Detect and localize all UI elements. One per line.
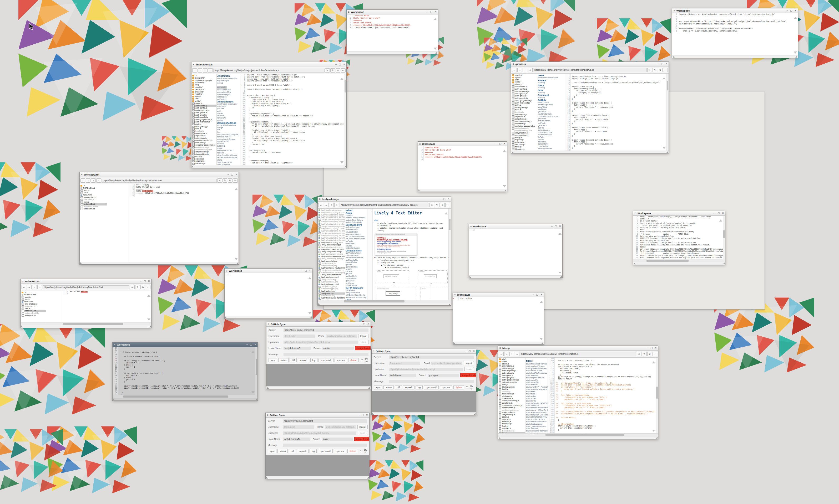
dependencies-icon[interactable]: ∞: [647, 68, 652, 72]
home-button[interactable]: ⌂: [37, 285, 42, 289]
local-name-input[interactable]: [389, 374, 416, 377]
resize-grip[interactable]: [723, 263, 724, 264]
npm-install-button[interactable]: npm install: [424, 385, 439, 390]
resize-grip[interactable]: [344, 165, 346, 167]
resize-grip[interactable]: [267, 387, 269, 389]
scroll-up-icon[interactable]: [434, 18, 437, 20]
up-button[interactable]: ↑: [32, 285, 37, 289]
resize-grip[interactable]: [418, 190, 420, 191]
delete-button[interactable]: delete: [453, 385, 464, 390]
more-icon[interactable]: ⋯: [233, 178, 238, 183]
outline-pane[interactable]: Issueconstructor constructorProjecttoStr…: [537, 74, 565, 150]
minimize-button[interactable]: –: [532, 293, 534, 296]
outline-item[interactable]: merge: [217, 127, 240, 129]
maximize-button[interactable]: ▢: [717, 212, 720, 214]
sync-button[interactable]: sync: [268, 358, 277, 362]
outline-pane[interactable]: EditorSetupinitializeupdateChangeIndicat…: [345, 209, 367, 300]
close-button[interactable]: ✕: [235, 174, 237, 176]
close-button[interactable]: ✕: [540, 293, 542, 296]
scroll-down-icon[interactable]: [234, 258, 238, 260]
maximize-button[interactable]: ▢: [362, 414, 364, 416]
doc-bullet[interactable]: simple load/save/navigate UI, that can b…: [374, 222, 449, 227]
npm-install-button[interactable]: npm install: [318, 358, 333, 362]
minimize-button[interactable]: –: [227, 174, 229, 176]
window-titlebar[interactable]: ≡github.js–▢✕: [511, 62, 668, 67]
cancel-icon[interactable]: ⊘: [647, 352, 652, 356]
cancel-icon[interactable]: ⊘: [140, 285, 145, 289]
dry-run-checkbox[interactable]: [361, 359, 363, 361]
window-menu-icon[interactable]: ≡: [114, 343, 116, 346]
doc-list-item[interactable]: lively-code-mirror: [374, 264, 449, 267]
resize-grip[interactable]: [255, 398, 257, 400]
maximize-button[interactable]: ▢: [363, 323, 365, 325]
maximize-button[interactable]: ▢: [250, 343, 252, 346]
file-tree[interactable]: reactive/triples/utils/vivide/about.jsan…: [511, 74, 537, 150]
window-titlebar[interactable]: ≡GitHub Sync–▢✕: [372, 349, 476, 354]
sync-console[interactable]: [266, 364, 371, 386]
back-button[interactable]: ←: [81, 178, 85, 183]
upstream-input[interactable]: [283, 431, 356, 435]
scroll-up-icon[interactable]: [445, 212, 448, 214]
resize-grip[interactable]: [449, 303, 450, 305]
close-button[interactable]: ✕: [343, 63, 345, 66]
code-editor[interactable]: 12import authGithub from "src/client/aut…: [565, 74, 668, 150]
minimize-button[interactable]: –: [358, 414, 360, 416]
window-titlebar[interactable]: ≡Workspace–▢✕: [453, 292, 544, 297]
window-titlebar[interactable]: ≡Workspace–▢✕: [418, 142, 507, 146]
scroll-up-icon[interactable]: [794, 17, 797, 19]
scroll-down-icon[interactable]: [719, 255, 722, 257]
window-menu-icon[interactable]: ≡: [348, 11, 350, 13]
scroll-down-icon[interactable]: [503, 185, 506, 187]
outline-item[interactable]: awaitEditor #refactor #g: [346, 296, 367, 299]
home-button[interactable]: ⌂: [96, 178, 101, 183]
message-input[interactable]: [389, 380, 474, 383]
server-input[interactable]: [389, 356, 474, 359]
edit-icon[interactable]: ✎: [330, 68, 335, 73]
npm-install-button[interactable]: npm install: [318, 449, 333, 453]
outline-item[interactable]: toString: [538, 87, 564, 89]
server-input[interactable]: [283, 328, 368, 332]
username-input[interactable]: [283, 335, 315, 338]
minimize-button[interactable]: –: [360, 323, 361, 325]
minimize-button[interactable]: –: [714, 212, 715, 214]
outline-item[interactable]: get size: [217, 108, 240, 110]
back-button[interactable]: ←: [512, 68, 517, 72]
resize-grip[interactable]: [80, 262, 82, 264]
more-icon[interactable]: ⋯: [146, 285, 151, 289]
window-menu-icon[interactable]: ≡: [226, 270, 227, 272]
close-button[interactable]: ✕: [654, 347, 657, 349]
outline-item[interactable]: constructor constructor: [538, 77, 564, 79]
edit-icon[interactable]: ✎: [223, 178, 227, 183]
username-input[interactable]: [389, 362, 420, 365]
more-icon[interactable]: ⋯: [445, 203, 450, 207]
forward-button[interactable]: →: [86, 178, 90, 183]
outline-item[interactable]: get length: [217, 86, 227, 89]
minimize-button[interactable]: –: [426, 11, 428, 13]
up-button[interactable]: ↑: [329, 203, 334, 207]
code-editor[interactable]: 1<<<<<<< HEAD2Hello World! Says who?3===…: [129, 184, 239, 262]
doc-list-item[interactable]: lively-editor: [374, 262, 449, 264]
forward-button[interactable]: →: [517, 68, 522, 72]
home-button[interactable]: ⌂: [208, 68, 213, 73]
close-button[interactable]: ✕: [722, 212, 724, 214]
scroll-down-icon[interactable]: [794, 52, 797, 54]
resize-grip[interactable]: [21, 326, 23, 327]
resize-grip[interactable]: [113, 398, 115, 400]
close-button[interactable]: ✕: [559, 225, 561, 228]
dependencies-icon[interactable]: ∞: [130, 285, 135, 289]
screenshot-line[interactable]: ## Getting Started: [377, 248, 416, 250]
maximize-button[interactable]: ▢: [231, 174, 233, 176]
up-button[interactable]: ↑: [203, 68, 208, 73]
outline-item[interactable]: equals: [217, 119, 240, 122]
scrollbar-horizontal[interactable]: [318, 300, 451, 303]
doc-link[interactable]: doc: [374, 219, 378, 221]
delete-button[interactable]: delete: [348, 358, 359, 362]
minimize-button[interactable]: –: [335, 63, 337, 66]
npm-test-button[interactable]: npm test: [335, 358, 347, 362]
maximize-button[interactable]: ▢: [339, 63, 341, 66]
maximize-button[interactable]: ▢: [499, 143, 502, 145]
resize-grip[interactable]: [372, 413, 374, 415]
window-menu-icon[interactable]: ≡: [373, 350, 374, 353]
resize-grip[interactable]: [560, 276, 562, 278]
minimize-button[interactable]: –: [658, 63, 659, 65]
